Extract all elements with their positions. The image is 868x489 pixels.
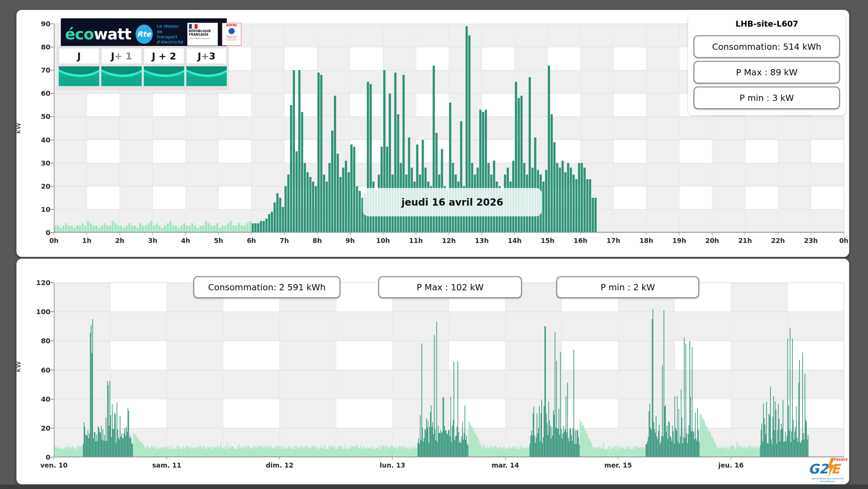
y-tick-mark bbox=[51, 140, 54, 140]
daily-chart-panel: kW jeudi 16 avril 2026 écowatt Rte Le ré… bbox=[16, 10, 849, 257]
weekly-consumption-stat: Consommation: 2 591 kWh bbox=[193, 276, 340, 298]
y-tick-mark bbox=[51, 399, 54, 399]
day-button-label: J bbox=[59, 48, 99, 64]
x-tick-label: jeu. 16 bbox=[709, 461, 754, 469]
ecowatt-logo-eco: éco bbox=[65, 25, 94, 43]
y-tick-mark bbox=[51, 47, 54, 47]
ademe-logo: ADEME AGENCE DE LA TRANSITION ÉCOLOGIQUE bbox=[222, 23, 241, 46]
x-tick-label: lun. 13 bbox=[370, 461, 415, 469]
y-tick-label: 40 bbox=[27, 136, 50, 144]
y-tick-mark bbox=[51, 93, 54, 94]
x-tick-label: 0h bbox=[832, 237, 856, 244]
x-tick-label: dim. 12 bbox=[257, 461, 302, 469]
ecowatt-wave-icon bbox=[101, 66, 142, 86]
y-tick-label: 10 bbox=[27, 205, 50, 214]
daily-pmax-stat: P Max : 89 kW bbox=[693, 61, 840, 84]
y-tick-label: 20 bbox=[27, 182, 50, 190]
weekly-pmax-stat: P Max : 102 kW bbox=[378, 276, 522, 298]
y-tick-mark bbox=[51, 116, 54, 117]
y-tick-label: 20 bbox=[27, 424, 50, 432]
rte-tagline-line3: d'électricité bbox=[157, 39, 184, 45]
x-tick-label: 22h bbox=[766, 237, 790, 244]
republique-francaise-logo: RÉPUBLIQUE FRANÇAISE Liberté Égalité Fra… bbox=[187, 23, 218, 46]
x-tick-label: ven. 10 bbox=[31, 461, 76, 469]
rte-tagline-line1: Le réseau bbox=[157, 23, 184, 29]
x-tick-label: 7h bbox=[272, 237, 296, 244]
y-tick-label: 80 bbox=[27, 337, 50, 345]
x-tick-label: sam. 11 bbox=[144, 461, 189, 469]
x-tick-label: 17h bbox=[601, 237, 626, 244]
y-tick-label: 120 bbox=[27, 279, 50, 287]
y-axis-unit-label: kW bbox=[14, 361, 22, 372]
y-tick-label: 0 bbox=[27, 228, 50, 237]
y-tick-label: 30 bbox=[27, 159, 50, 167]
daily-consumption-stat: Consommation: 514 kWh bbox=[693, 35, 840, 58]
day-button-label: J + 2 bbox=[144, 48, 184, 64]
ademe-subtitle: AGENCE DE LA TRANSITION ÉCOLOGIQUE bbox=[223, 35, 240, 41]
x-tick-label: 18h bbox=[634, 237, 659, 244]
ecowatt-wave-icon bbox=[186, 66, 227, 86]
day-button-j-plus-1[interactable]: J + 1 bbox=[101, 48, 142, 88]
weekly-pmin-stat: P min : 2 kW bbox=[556, 276, 699, 298]
x-tick-label: 5h bbox=[206, 237, 231, 244]
y-tick-label: 90 bbox=[27, 20, 50, 28]
day-button-j-plus-2[interactable]: J + 2 bbox=[144, 48, 184, 88]
date-annotation: jeudi 16 avril 2026 bbox=[363, 188, 542, 216]
g2e-logo-g2: G2 bbox=[808, 461, 828, 477]
y-tick-mark bbox=[51, 163, 54, 163]
gov-motto: Liberté Égalité Fraternité bbox=[189, 37, 216, 39]
y-tick-label: 60 bbox=[27, 366, 50, 374]
x-tick-label: 15h bbox=[535, 237, 560, 244]
day-button-label: J + 1 bbox=[101, 48, 142, 64]
y-tick-label: 70 bbox=[27, 66, 50, 74]
french-flag-icon bbox=[189, 24, 198, 29]
x-tick-label: 16h bbox=[568, 237, 592, 244]
y-tick-label: 0 bbox=[27, 453, 50, 461]
weekly-consumption-chart[interactable] bbox=[54, 283, 844, 457]
y-tick-mark bbox=[51, 457, 54, 458]
day-button-label: J + 3 bbox=[186, 48, 227, 64]
y-tick-mark bbox=[51, 370, 54, 370]
ademe-title: ADEME bbox=[226, 24, 237, 27]
x-tick-label: mer. 15 bbox=[596, 461, 641, 469]
ademe-globe-icon bbox=[228, 28, 235, 34]
rte-logo-text: Rte bbox=[137, 30, 151, 38]
y-tick-mark bbox=[51, 428, 54, 429]
ecowatt-wave-icon bbox=[59, 66, 99, 86]
y-tick-mark bbox=[51, 340, 54, 341]
day-button-j-plus-3[interactable]: J + 3 bbox=[186, 48, 227, 88]
y-tick-mark bbox=[51, 282, 54, 283]
g2e-france-logo: G2 E FRANCE Optimisation des ressources … bbox=[808, 458, 848, 483]
x-tick-label: 0h bbox=[42, 237, 66, 244]
y-tick-mark bbox=[51, 70, 54, 70]
daily-pmin-stat: P min : 3 kW bbox=[693, 86, 840, 109]
ecowatt-logo-watt: watt bbox=[94, 25, 131, 43]
rte-logo-icon: Rte bbox=[136, 25, 153, 44]
y-tick-mark bbox=[51, 311, 54, 312]
y-tick-label: 100 bbox=[27, 308, 50, 316]
x-tick-label: mar. 14 bbox=[483, 461, 528, 469]
gov-line2: FRANÇAISE bbox=[189, 33, 216, 37]
y-tick-label: 60 bbox=[27, 89, 50, 97]
y-tick-label: 50 bbox=[27, 112, 50, 121]
x-tick-label: 8h bbox=[305, 237, 329, 244]
x-tick-label: 9h bbox=[338, 237, 362, 244]
x-tick-label: 2h bbox=[108, 237, 132, 244]
daily-stats-box: LHB-site-L607 Consommation: 514 kWh P Ma… bbox=[688, 15, 846, 115]
x-tick-label: 10h bbox=[371, 237, 395, 244]
y-tick-mark bbox=[51, 186, 54, 187]
x-tick-label: 4h bbox=[174, 237, 198, 244]
x-tick-label: 21h bbox=[733, 237, 757, 244]
y-tick-label: 80 bbox=[27, 43, 50, 51]
ecowatt-day-selector: JJ + 1J + 2J + 3 bbox=[57, 46, 229, 90]
x-tick-label: 23h bbox=[799, 237, 823, 244]
x-tick-label: 20h bbox=[700, 237, 724, 244]
x-tick-label: 11h bbox=[404, 237, 428, 244]
ecowatt-wave-icon bbox=[144, 66, 184, 86]
day-button-j[interactable]: J bbox=[59, 48, 99, 88]
y-tick-mark bbox=[51, 23, 54, 24]
ecowatt-banner: écowatt Rte Le réseau de transport d'éle… bbox=[61, 18, 227, 50]
x-tick-label: 12h bbox=[437, 237, 461, 244]
x-tick-label: 3h bbox=[141, 237, 165, 244]
x-tick-label: 6h bbox=[239, 237, 263, 244]
